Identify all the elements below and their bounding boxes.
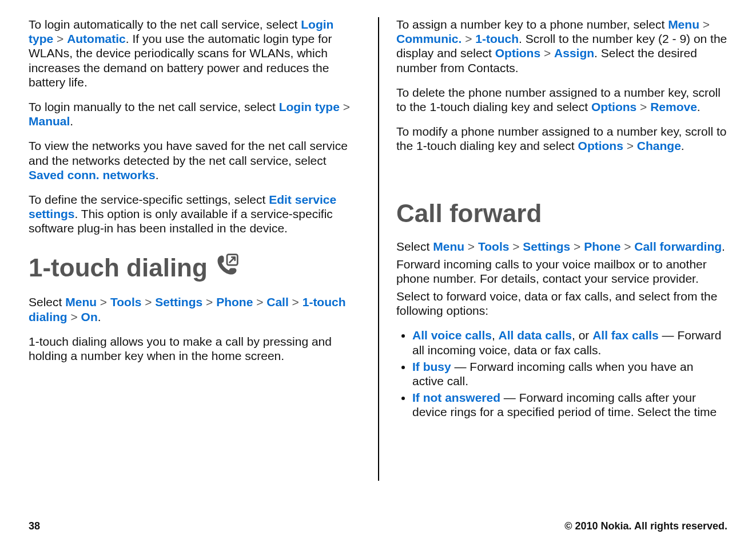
breadcrumb-sep: > (97, 295, 110, 308)
kw-remove: Remove (650, 100, 697, 113)
kw-options: Options (578, 139, 623, 152)
text: , or (572, 329, 592, 342)
text: — Forward incoming calls when you have a… (412, 360, 693, 387)
breadcrumb-call-forward: Select Menu > Tools > Settings > Phone >… (396, 239, 727, 254)
text: . This option is only available if a ser… (29, 207, 333, 235)
breadcrumb-sep: > (67, 310, 81, 323)
list-item: If busy — Forward incoming calls when yo… (412, 359, 727, 388)
kw-tools: Tools (110, 295, 141, 308)
breadcrumb-sep: > (253, 295, 266, 308)
kw-call-forwarding: Call forwarding (634, 240, 722, 253)
text: To view the networks you have saved for … (29, 139, 348, 167)
kw-call: Call (266, 295, 289, 308)
para-edit-service: To define the service-specific settings,… (29, 192, 361, 236)
breadcrumb-sep: > (202, 295, 216, 308)
text: To login manually to the net call servic… (29, 100, 279, 113)
kw-assign: Assign (554, 46, 594, 60)
text: . (156, 168, 159, 181)
text: . (697, 100, 701, 113)
heading-text: 1-touch dialing (29, 254, 208, 282)
text: . (98, 310, 101, 323)
breadcrumb-sep: > (570, 240, 584, 253)
list-item: All voice calls, All data calls, or All … (412, 328, 727, 357)
breadcrumb-sep: > (540, 46, 554, 60)
kw-change: Change (637, 139, 681, 152)
kw-communic: Communic. (396, 32, 461, 45)
para-login-manual: To login manually to the net call servic… (29, 100, 361, 128)
para-saved-networks: To view the networks you have saved for … (29, 139, 361, 182)
kw-login-type: Login type (279, 100, 340, 113)
para-modify-key: To modify a phone number assigned to a n… (396, 124, 727, 153)
para-1-touch-desc: 1-touch dialing allows you to make a cal… (29, 334, 361, 363)
para-login-auto: To login automatically to the net call s… (29, 17, 361, 89)
page-number: 38 (29, 520, 40, 532)
forward-options-list: All voice calls, All data calls, or All … (396, 328, 727, 419)
kw-all-fax-calls: All fax calls (592, 329, 659, 342)
breadcrumb-sep: > (141, 295, 155, 308)
kw-saved-conn-networks: Saved conn. networks (29, 168, 156, 181)
copyright: © 2010 Nokia. All rights reserved. (564, 520, 727, 532)
kw-if-busy: If busy (412, 360, 451, 373)
kw-all-data-calls: All data calls (499, 329, 572, 342)
text: , (492, 329, 499, 342)
para-forward-desc: Forward incoming calls to your voice mai… (396, 257, 727, 286)
kw-all-voice-calls: All voice calls (412, 329, 492, 342)
list-item: If not answered — Forward incoming calls… (412, 390, 727, 419)
kw-on: On (81, 310, 98, 323)
page: To login automatically to the net call s… (0, 0, 756, 481)
kw-options: Options (591, 100, 636, 113)
footer: 38 © 2010 Nokia. All rights reserved. (29, 520, 727, 532)
breadcrumb-sep: > (289, 295, 303, 308)
kw-menu: Menu (65, 295, 97, 308)
right-column: To assign a number key to a phone number… (378, 17, 727, 481)
text: . (681, 139, 685, 152)
kw-automatic: Automatic (67, 32, 126, 45)
kw-menu: Menu (668, 18, 699, 31)
text: Select (396, 240, 433, 253)
text: . (70, 114, 73, 128)
breadcrumb-sep: > (620, 240, 634, 253)
breadcrumb-sep: > (623, 139, 637, 152)
breadcrumb-sep: > (509, 240, 523, 253)
text: To assign a number key to a phone number… (396, 18, 668, 31)
heading-call-forward: Call forward (396, 199, 727, 228)
breadcrumb-1-touch: Select Menu > Tools > Settings > Phone >… (29, 295, 361, 323)
kw-phone: Phone (216, 295, 253, 308)
kw-menu: Menu (433, 240, 464, 253)
breadcrumb-sep: > (461, 32, 475, 45)
breadcrumb-sep: > (636, 100, 650, 113)
kw-phone: Phone (584, 240, 620, 253)
heading-1-touch-dialing: 1-touch dialing (29, 252, 361, 283)
left-column: To login automatically to the net call s… (29, 17, 378, 481)
para-forward-select: Select to forward voice, data or fax cal… (396, 289, 727, 318)
kw-manual: Manual (29, 114, 70, 128)
kw-1-touch: 1-touch (475, 32, 519, 45)
phone-arrow-icon (214, 252, 240, 283)
text: . (722, 240, 725, 253)
breadcrumb-sep: > (699, 18, 710, 31)
breadcrumb-sep: > (464, 240, 478, 253)
text: To define the service-specific settings,… (29, 193, 269, 206)
breadcrumb-sep: > (340, 100, 350, 113)
para-delete-key: To delete the phone number assigned to a… (396, 85, 727, 114)
kw-options: Options (495, 46, 540, 60)
heading-text: Call forward (396, 199, 542, 228)
kw-settings: Settings (155, 295, 202, 308)
kw-settings: Settings (523, 240, 570, 253)
breadcrumb-sep: > (53, 32, 67, 45)
text: To login automatically to the net call s… (29, 18, 301, 31)
text: Select (29, 295, 65, 308)
kw-if-not-answered: If not answered (412, 391, 500, 404)
kw-tools: Tools (478, 240, 509, 253)
para-assign-key: To assign a number key to a phone number… (396, 17, 727, 75)
